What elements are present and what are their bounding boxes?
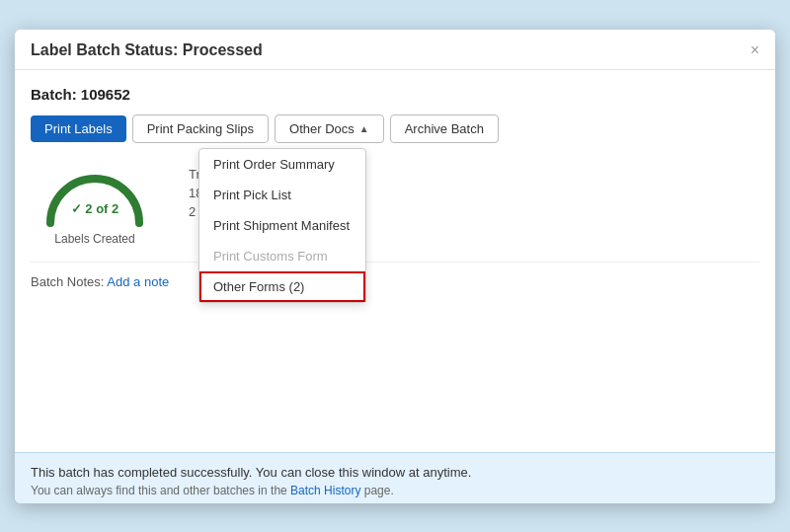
gauge-label: Labels Created [54,232,134,246]
dropdown-arrow-icon: ▲ [359,123,369,134]
modal-header: Label Batch Status: Processed × [15,30,775,70]
toolbar: Print Labels Print Packing Slips Other D… [31,114,759,143]
success-sub-after: page. [360,484,393,497]
close-button[interactable]: × [750,42,759,58]
other-docs-label: Other Docs [289,121,355,136]
dropdown-item-customs-form: Print Customs Form [199,241,365,271]
svg-text:✓ 2 of 2: ✓ 2 of 2 [71,201,119,216]
modal: Label Batch Status: Processed × Batch: 1… [15,30,775,503]
print-packing-slips-button[interactable]: Print Packing Slips [132,114,269,143]
success-sub-text: You can always find this and other batch… [31,484,759,497]
content-area: ✓ 2 of 2 Labels Created Traverso 18/2022… [31,159,759,246]
gauge-chart: ✓ 2 of 2 [40,159,149,228]
success-main-text: This batch has completed successfully. Y… [31,465,759,480]
modal-title: Label Batch Status: Processed [31,41,263,59]
batch-notes-section: Batch Notes: Add a note [31,262,759,289]
add-note-link[interactable]: Add a note [107,274,169,289]
dropdown-item-shipment-manifest[interactable]: Print Shipment Manifest [199,210,365,241]
dropdown-item-order-summary[interactable]: Print Order Summary [199,149,365,180]
other-docs-dropdown-button[interactable]: Other Docs ▲ [275,114,384,143]
success-banner: This batch has completed successfully. Y… [15,452,775,503]
other-docs-dropdown-menu: Print Order Summary Print Pick List Prin… [198,148,366,303]
gauge-area: ✓ 2 of 2 Labels Created [31,159,159,246]
dropdown-item-other-forms[interactable]: Other Forms (2) [199,271,365,302]
batch-notes-label: Batch Notes: [31,274,104,289]
modal-overlay: Label Batch Status: Processed × Batch: 1… [0,0,790,532]
dropdown-item-pick-list[interactable]: Print Pick List [199,180,365,210]
archive-batch-button[interactable]: Archive Batch [390,114,499,143]
modal-body: Batch: 109652 Print Labels Print Packing… [15,70,775,452]
success-sub-before: You can always find this and other batch… [31,484,290,497]
info-extra-value: 2 [189,204,196,219]
batch-label: Batch: 109652 [31,86,759,103]
batch-history-link[interactable]: Batch History [290,484,360,497]
print-labels-button[interactable]: Print Labels [31,115,126,142]
